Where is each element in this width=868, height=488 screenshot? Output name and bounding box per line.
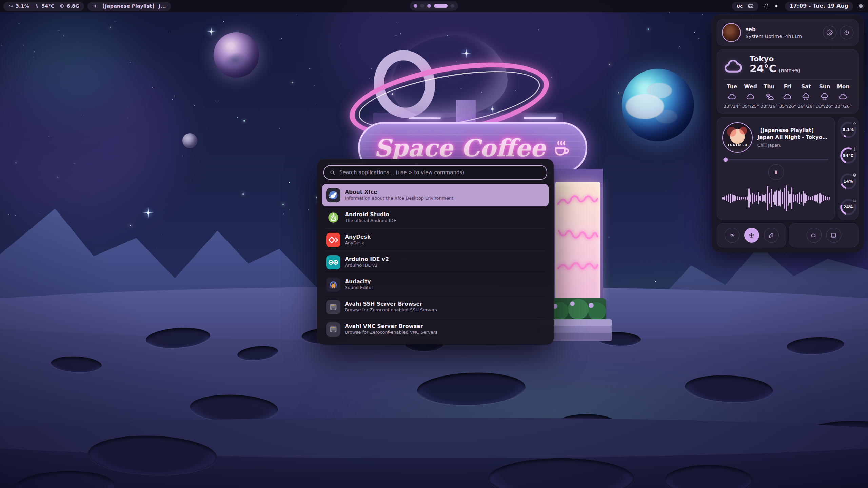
sign-text: Space Coffee (374, 134, 545, 162)
app-icon (326, 255, 340, 269)
app-list-item[interactable]: About Xfce Information about the Xfce De… (322, 184, 549, 206)
capture-video-camera-button[interactable] (807, 228, 822, 243)
power-icon (844, 29, 850, 36)
pause-icon (773, 169, 779, 175)
wallpaper-icon[interactable] (748, 3, 754, 9)
forecast-day-label: Sat (801, 84, 811, 90)
app-list-item[interactable]: Audacity Sound Editor (322, 273, 549, 296)
app-list-item[interactable]: Avahi VNC Server Browser Browse for Zero… (322, 318, 549, 341)
app-list-item[interactable]: AnyDesk AnyDesk (322, 229, 549, 251)
avatar (722, 23, 741, 42)
capture-screenshot-button[interactable] (826, 228, 841, 243)
power-profile-gauge-button[interactable] (725, 228, 739, 243)
power-profile-scales-button[interactable] (744, 228, 759, 243)
forecast-weather-icon (820, 92, 829, 101)
memory-stat-value: 6.8G (66, 3, 79, 9)
settings-button[interactable] (823, 26, 836, 39)
media-progress-bar[interactable] (724, 159, 828, 160)
app-icon (326, 233, 340, 247)
video-camera-icon (811, 232, 817, 239)
system-uptime: System Uptime: 4h11m (746, 34, 802, 39)
search-box[interactable] (323, 165, 547, 180)
forecast-day: Sat 36°/26° (797, 84, 815, 109)
leaf-icon (768, 232, 774, 239)
cpu-stat-value: 3.1% (16, 3, 29, 9)
app-list-item[interactable]: Arduino IDE v2 Arduino IDE v2 (322, 251, 549, 273)
app-description: Sound Editor (345, 285, 373, 291)
pause-button[interactable] (768, 164, 784, 180)
forecast-temps: 35°/26° (779, 104, 796, 109)
progress-knob[interactable] (724, 157, 728, 162)
gear-icon (827, 29, 833, 36)
app-launcher: About Xfce Information about the Xfce De… (317, 159, 553, 344)
scales-icon (748, 232, 755, 239)
sensor-gauge: 14% (840, 173, 856, 189)
app-name: Avahi VNC Server Browser (345, 323, 437, 330)
app-list-item[interactable]: Android Studio The official Android IDE (322, 206, 549, 229)
sensor-gauge: 24% (840, 199, 856, 215)
app-list-item[interactable]: Avahi SSH Server Browser Browse for Zero… (322, 296, 549, 318)
workspace-dot-4[interactable] (434, 4, 448, 8)
forecast-day-label: Mon (837, 84, 849, 90)
now-playing-pill[interactable]: 【Japanese Playlist】 J... (87, 2, 171, 11)
forecast-day: Sun 33°/26° (816, 84, 833, 109)
media-player-card: TOKYO LO 【Japanese Playlist】 Japan All N… (717, 117, 835, 220)
app-name: About Xfce (345, 189, 453, 196)
app-description: Browse for Zeroconf-enabled SSH Servers (345, 307, 437, 313)
bell-icon[interactable] (763, 3, 769, 9)
clock-text: 17:09 - Tue, 19 Aug (790, 3, 848, 9)
cpu-stat: 3.1% (8, 3, 29, 9)
clock[interactable]: 17:09 - Tue, 19 Aug (785, 2, 853, 11)
app-name: Android Studio (345, 211, 396, 218)
input-method-icon[interactable]: Uc (737, 4, 742, 9)
forecast-day: Mon 33°/26° (834, 84, 852, 109)
top-bar: 3.1% 54°C 6.8G 【Japanese Playlist】 J... … (0, 0, 868, 12)
forecast-day-label: Fri (784, 84, 792, 90)
pause-icon (92, 4, 97, 8)
weather-forecast: Tue 33°/24° Wed 35°/25° Thu 33°/26° Fri … (723, 84, 852, 109)
weather-timezone: (GMT+9) (778, 68, 800, 73)
gauge-icon (851, 172, 858, 179)
workspace-dot-5[interactable] (451, 4, 454, 8)
forecast-temps: 33°/26° (835, 104, 852, 109)
media-subtitle: Chill Japan. (757, 143, 830, 148)
album-art: TOKYO LO (722, 122, 753, 153)
weather-temperature: 24°C(GMT+9) (750, 63, 800, 75)
earth-planet (622, 69, 694, 141)
forecast-day: Tue 33°/24° (723, 84, 741, 109)
forecast-day: Thu 33°/26° (760, 84, 778, 109)
gauge-icon (851, 146, 858, 153)
album-art-label: TOKYO LO (723, 143, 752, 147)
temperature-stat-value: 54°C (41, 3, 54, 9)
app-name: Avahi SSH Server Browser (345, 301, 437, 307)
workspace-dot-3[interactable] (427, 4, 431, 8)
weather-card: Tokyo 24°C(GMT+9) Tue 33°/24° Wed 35°/25… (717, 49, 858, 114)
power-button[interactable] (840, 26, 853, 39)
app-name: AnyDesk (345, 234, 371, 240)
small-moon (182, 133, 197, 148)
user-name: seb (746, 26, 802, 33)
power-profile-leaf-button[interactable] (764, 228, 779, 243)
weather-city: Tokyo (750, 55, 800, 63)
cafe-plants (548, 298, 606, 319)
volume-icon[interactable] (774, 3, 780, 9)
roof-light (524, 117, 556, 119)
workspace-indicator[interactable] (410, 1, 458, 11)
desktop: Space Coffee 3.1% (0, 0, 868, 488)
forecast-weather-icon (765, 92, 774, 101)
app-description: AnyDesk (345, 240, 371, 246)
workspace-dot-1[interactable] (414, 4, 417, 8)
gauge-icon (8, 3, 14, 9)
forecast-weather-icon (746, 92, 755, 101)
search-input[interactable] (339, 169, 541, 176)
workspace-dot-2[interactable] (420, 4, 424, 8)
temperature-stat: 54°C (34, 3, 54, 9)
app-description: The official Android IDE (345, 218, 396, 224)
sensor-gauge: 54°C (840, 147, 856, 164)
app-icon (326, 322, 340, 337)
user-card: seb System Uptime: 4h11m (717, 19, 858, 46)
forecast-temps: 36°/26° (797, 104, 814, 109)
media-title: 【Japanese Playlist】 Japan All Night - To… (757, 127, 830, 141)
power-profile-card (717, 223, 786, 247)
app-grid-icon[interactable] (858, 3, 864, 9)
